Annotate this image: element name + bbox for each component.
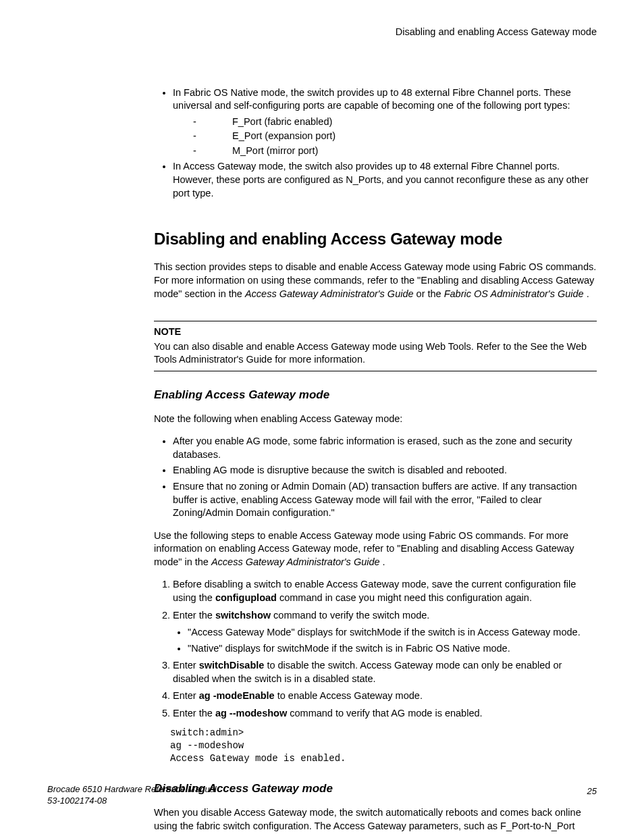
step-text: to enable Access Gateway mode. [275,690,423,701]
page-footer: Brocade 6510 Hardware Reference Manual 5… [47,783,597,807]
list-text: In Fabric OS Native mode, the switch pro… [173,87,571,111]
port-modes-list: In Fabric OS Native mode, the switch pro… [154,86,597,201]
list-item: Ensure that no zoning or Admin Domain (A… [173,480,597,520]
section-intro-paragraph: This section provides steps to disable a… [154,261,597,301]
command-text: ag ‑modeEnable [199,690,275,701]
reference-title: Fabric OS Administrator's Guide [444,288,584,299]
list-item: In Access Gateway mode, the switch also … [173,160,597,200]
step-item: Enter the ag --modeshow command to verif… [173,707,597,721]
note-body: You can also disable and enable Access G… [154,340,597,367]
footer-doc-title: Brocade 6510 Hardware Reference Manual [47,783,597,796]
step-text: command to verify the switch mode. [271,610,429,621]
list-text: In Access Gateway mode, the switch also … [173,161,589,198]
enable-notes-list: After you enable AG mode, some fabric in… [154,435,597,519]
terminal-output: switch:admin> ag --modeshow Access Gatew… [170,727,597,765]
running-header: Disabling and enabling Access Gateway mo… [154,26,597,39]
step-text: command in case you might need this conf… [277,592,532,603]
footer-doc-number: 53-1002174-08 [47,795,597,807]
step-sublist: "Access Gateway Mode" displays for switc… [173,626,597,655]
step-text: Enter [173,690,199,701]
list-item: "Access Gateway Mode" displays for switc… [188,626,597,640]
command-text: switchDisable [199,660,265,671]
enable-steps-intro: Use the following steps to enable Access… [154,529,597,569]
paragraph-text: or the [414,288,444,299]
paragraph-text: . [584,288,589,299]
note-label: NOTE [154,325,597,339]
reference-title: Access Gateway Administrator's Guide [245,288,414,299]
list-item: E_Port (expansion port) [193,130,597,143]
command-text: configupload [215,592,277,603]
step-item: Enter the switchshow command to verify t… [173,609,597,656]
list-item: Enabling AG mode is disruptive because t… [173,464,597,477]
section-heading: Disabling and enabling Access Gateway mo… [154,228,597,250]
reference-title: Access Gateway Administrator's Guide [211,556,380,567]
list-text: F_Port (fabric enabled) [193,115,332,129]
list-item: After you enable AG mode, some fabric in… [173,435,597,461]
subsection-heading-enable: Enabling Access Gateway mode [154,388,597,403]
step-item: Before disabling a switch to enable Acce… [173,578,597,604]
port-types-sublist: F_Port (fabric enabled) E_Port (expansio… [173,115,597,158]
enable-lead-paragraph: Note the following when enabling Access … [154,413,597,426]
step-item: Enter ag ‑modeEnable to enable Access Ga… [173,689,597,703]
command-text: switchshow [215,610,271,621]
note-box: NOTE You can also disable and enable Acc… [154,321,597,371]
step-item: Enter switchDisable to disable the switc… [173,659,597,685]
step-text: Enter the [173,708,215,719]
paragraph-text: . [380,556,385,567]
step-text: Enter the [173,610,215,621]
list-text: E_Port (expansion port) [193,130,336,143]
list-item: "Native" displays for switchMode if the … [188,642,597,656]
list-item: F_Port (fabric enabled) [193,115,597,129]
list-item: In Fabric OS Native mode, the switch pro… [173,86,597,158]
page-number: 25 [587,785,597,798]
list-item: M_Port (mirror port) [193,145,597,158]
page: Disabling and enabling Access Gateway mo… [0,0,644,834]
command-text: ag --modeshow [215,708,287,719]
step-text: command to verify that AG mode is enable… [287,708,482,719]
disable-paragraph: When you disable Access Gateway mode, th… [154,806,597,834]
step-text: Enter [173,660,199,671]
enable-steps-list: Before disabling a switch to enable Acce… [154,578,597,720]
list-text: M_Port (mirror port) [193,145,318,158]
